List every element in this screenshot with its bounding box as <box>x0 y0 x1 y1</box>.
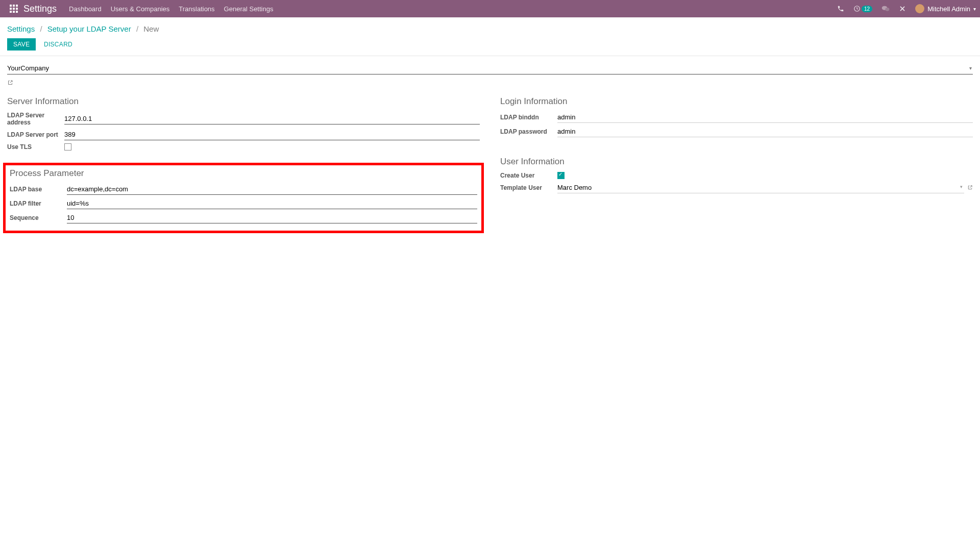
breadcrumb-separator: / <box>136 24 138 33</box>
label-create-user: Create User <box>500 172 557 179</box>
svg-rect-7 <box>13 11 15 13</box>
app-brand[interactable]: Settings <box>23 4 57 14</box>
label-sequence: Sequence <box>10 214 67 221</box>
user-information-section: User Information Create User Template Us… <box>500 157 973 193</box>
label-ldap-server-port: LDAP Server port <box>7 131 64 138</box>
avatar <box>915 4 924 13</box>
svg-rect-4 <box>13 8 15 10</box>
company-field-row: ▾ <box>7 62 973 74</box>
menu-general-settings[interactable]: General Settings <box>224 5 274 13</box>
label-template-user: Template User <box>500 184 557 191</box>
user-menu[interactable]: Mitchell Admin ▾ <box>915 4 976 13</box>
input-ldap-password[interactable] <box>557 126 973 137</box>
field-ldap-base: LDAP base <box>10 184 477 195</box>
phone-icon[interactable] <box>837 5 844 12</box>
navbar-menu: Dashboard Users & Companies Translations… <box>69 5 273 13</box>
login-information-section: Login Information LDAP binddn LDAP passw… <box>500 96 973 137</box>
checkbox-create-user[interactable] <box>557 172 565 179</box>
form-columns: Server Information LDAP Server address L… <box>7 96 973 233</box>
process-parameter-section: Process Parameter LDAP base LDAP filter … <box>10 168 477 223</box>
apps-icon[interactable] <box>9 4 18 13</box>
save-button[interactable]: SAVE <box>7 38 36 51</box>
menu-dashboard[interactable]: Dashboard <box>69 5 102 13</box>
section-title-user-info: User Information <box>500 157 973 167</box>
section-title-login-info: Login Information <box>500 96 973 107</box>
select-template-user[interactable] <box>557 182 964 193</box>
label-ldap-filter: LDAP filter <box>10 200 67 207</box>
breadcrumb: Settings / Setup your LDAP Server / New <box>7 21 973 36</box>
user-name: Mitchell Admin <box>927 5 970 13</box>
right-column: Login Information LDAP binddn LDAP passw… <box>500 96 973 233</box>
field-create-user: Create User <box>500 172 973 179</box>
input-ldap-server-address[interactable] <box>64 113 480 124</box>
menu-translations[interactable]: Translations <box>179 5 214 13</box>
server-information-section: Server Information LDAP Server address L… <box>7 96 480 151</box>
select-template-user-wrap: ▾ <box>557 182 973 193</box>
navbar-right: 12 Mitchell Admin ▾ <box>837 4 976 13</box>
input-ldap-filter[interactable] <box>67 198 477 209</box>
svg-rect-0 <box>10 5 12 7</box>
section-title-server-info: Server Information <box>7 96 480 107</box>
control-panel: Settings / Setup your LDAP Server / New … <box>0 17 980 56</box>
activity-icon[interactable]: 12 <box>853 5 872 12</box>
breadcrumb-separator: / <box>40 24 42 33</box>
breadcrumb-current: New <box>143 24 159 33</box>
field-ldap-binddn: LDAP binddn <box>500 112 973 123</box>
checkbox-use-tls[interactable] <box>64 143 71 151</box>
field-ldap-server-address: LDAP Server address <box>7 112 480 126</box>
company-input[interactable] <box>7 62 973 74</box>
field-use-tls: Use TLS <box>7 143 480 151</box>
close-icon[interactable] <box>899 5 906 12</box>
field-ldap-filter: LDAP filter <box>10 198 477 209</box>
section-title-process-param: Process Parameter <box>10 168 477 179</box>
field-ldap-password: LDAP password <box>500 126 973 137</box>
process-parameter-highlight: Process Parameter LDAP base LDAP filter … <box>3 163 484 233</box>
top-navbar: Settings Dashboard Users & Companies Tra… <box>0 0 980 17</box>
svg-rect-1 <box>13 5 15 7</box>
action-buttons: SAVE DISCARD <box>7 36 973 56</box>
svg-rect-2 <box>16 5 18 7</box>
discard-button[interactable]: DISCARD <box>38 38 79 51</box>
label-ldap-server-address: LDAP Server address <box>7 112 64 126</box>
input-ldap-binddn[interactable] <box>557 112 973 123</box>
input-ldap-server-port[interactable] <box>64 129 480 140</box>
label-ldap-password: LDAP password <box>500 128 557 135</box>
svg-rect-6 <box>10 11 12 13</box>
form-sheet: ▾ Server Information LDAP Server address… <box>0 56 980 239</box>
input-ldap-base[interactable] <box>67 184 477 195</box>
svg-rect-8 <box>16 11 18 13</box>
svg-rect-5 <box>16 8 18 10</box>
svg-rect-3 <box>10 8 12 10</box>
field-template-user: Template User ▾ <box>500 182 973 193</box>
breadcrumb-ldap-setup[interactable]: Setup your LDAP Server <box>47 24 131 33</box>
label-ldap-binddn: LDAP binddn <box>500 114 557 121</box>
external-link-icon[interactable] <box>967 185 973 191</box>
left-column: Server Information LDAP Server address L… <box>7 96 480 233</box>
svg-point-11 <box>886 8 890 11</box>
field-ldap-server-port: LDAP Server port <box>7 129 480 140</box>
menu-users-companies[interactable]: Users & Companies <box>111 5 170 13</box>
input-sequence[interactable] <box>67 212 477 223</box>
activity-badge: 12 <box>862 6 872 12</box>
field-sequence: Sequence <box>10 212 477 223</box>
breadcrumb-settings[interactable]: Settings <box>7 24 35 33</box>
messaging-icon[interactable] <box>881 5 890 12</box>
label-use-tls: Use TLS <box>7 143 64 151</box>
label-ldap-base: LDAP base <box>10 186 67 193</box>
chevron-down-icon: ▾ <box>973 6 976 12</box>
external-link-icon[interactable] <box>7 80 13 87</box>
